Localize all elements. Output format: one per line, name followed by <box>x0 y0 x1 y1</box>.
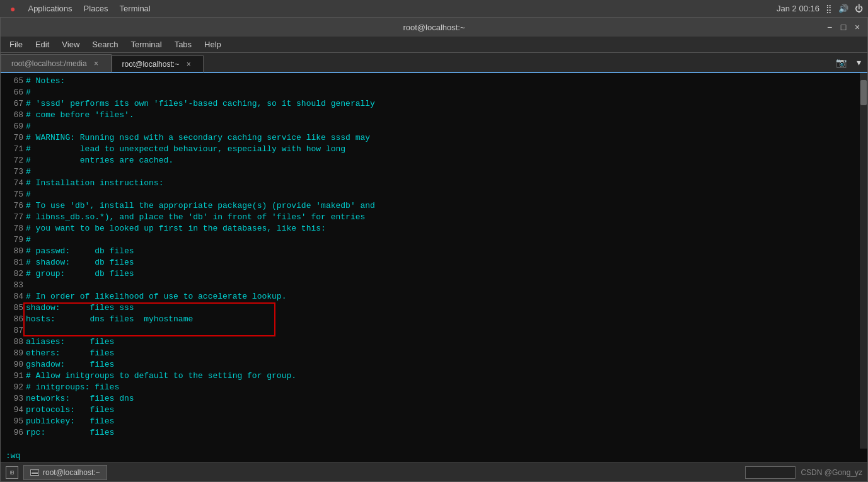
bottom-right: CSDN @Gong_yz <box>745 466 862 479</box>
line-number: 95 <box>6 416 23 427</box>
line-text: # <box>26 121 31 132</box>
terminal-line: 75# <box>1 189 860 200</box>
terminal-line: 67# 'sssd' performs its own 'files'-base… <box>1 98 860 110</box>
tab-media-close[interactable]: × <box>92 59 101 68</box>
taskbar-terminal-label: root@localhost:~ <box>43 468 100 477</box>
window-title: root@localhost:~ <box>403 23 465 32</box>
line-number: 73 <box>6 166 23 178</box>
close-button[interactable]: × <box>852 22 862 32</box>
line-number: 96 <box>6 427 23 439</box>
menu-terminal[interactable]: Terminal <box>126 38 167 50</box>
menu-terminal[interactable]: Terminal <box>115 4 156 13</box>
terminal-line: 69# <box>1 121 860 132</box>
scrollbar-track[interactable] <box>860 73 867 449</box>
line-text: ethers: files <box>26 348 114 359</box>
tab-media[interactable]: root@localhost:/media × <box>1 54 112 72</box>
line-number: 93 <box>6 393 23 405</box>
line-number: 87 <box>6 325 23 336</box>
line-number: 80 <box>6 246 23 257</box>
menu-search[interactable]: Search <box>87 38 123 50</box>
datetime: Jan 2 00:16 <box>777 4 819 13</box>
line-number: 66 <box>6 87 23 98</box>
network-icon: ⣿ <box>826 4 832 13</box>
line-number: 74 <box>6 178 23 189</box>
taskbar-terminal-item[interactable]: root@localhost:~ <box>23 465 107 480</box>
terminal-content[interactable]: 65# Notes:66#67# 'sssd' performs its own… <box>1 73 867 449</box>
terminal-line: 83 <box>1 280 860 291</box>
bottom-left: ⊞ root@localhost:~ <box>6 465 107 480</box>
line-number: 70 <box>6 132 23 144</box>
line-number: 91 <box>6 370 23 382</box>
search-input[interactable] <box>745 466 796 479</box>
system-bar-left: ● Applications Places Terminal <box>5 4 156 14</box>
terminal-line: 76# To use 'db', install the appropriate… <box>1 200 860 212</box>
menu-tabs[interactable]: Tabs <box>170 38 197 50</box>
line-text: # 'sssd' performs its own 'files'-based … <box>26 98 375 110</box>
line-number: 81 <box>6 257 23 268</box>
tabs-bar: root@localhost:/media × root@localhost:~… <box>1 53 867 73</box>
menu-bar: File Edit View Search Terminal Tabs Help <box>1 37 867 53</box>
line-number: 83 <box>6 280 23 291</box>
line-number: 77 <box>6 212 23 223</box>
csdn-label: CSDN @Gong_yz <box>801 468 862 477</box>
menu-file[interactable]: File <box>4 38 28 50</box>
terminal-line: 82# group: db files <box>1 268 860 280</box>
terminal-line: 96rpc: files <box>1 427 860 439</box>
terminal-line: 81# shadow: db files <box>1 257 860 268</box>
terminal-line: 91# Allow initgroups to default to the s… <box>1 370 860 382</box>
screen-icon: ⊞ <box>10 469 14 476</box>
terminal-line: 79# <box>1 234 860 246</box>
terminal-line: 92# initgroups: files <box>1 382 860 393</box>
tab-screenshot-button[interactable]: 📷 <box>832 54 850 71</box>
terminal-line: 86hosts: dns files myhostname <box>1 314 860 325</box>
terminal-line: 89ethers: files <box>1 348 860 359</box>
line-number: 71 <box>6 144 23 155</box>
terminal-line: 68# come before 'files'. <box>1 110 860 121</box>
line-number: 94 <box>6 405 23 416</box>
menu-help[interactable]: Help <box>199 38 226 50</box>
terminal-line: 85shadow: files sss <box>1 302 860 314</box>
power-icon: ⏻ <box>855 4 863 13</box>
line-number: 68 <box>6 110 23 121</box>
line-text: rpc: files <box>26 427 114 439</box>
line-text: aliases: files <box>26 336 114 348</box>
menu-places[interactable]: Places <box>79 4 113 13</box>
terminal-line: 72# entries are cached. <box>1 155 860 166</box>
line-number: 90 <box>6 359 23 370</box>
line-text: # libnss_db.so.*), and place the 'db' in… <box>26 212 365 223</box>
menu-applications[interactable]: Applications <box>23 4 77 13</box>
tab-home-close[interactable]: × <box>184 60 193 69</box>
vim-cmdline-bar: :wq <box>1 449 867 462</box>
line-text: hosts: dns files myhostname <box>26 314 193 325</box>
line-number: 85 <box>6 302 23 314</box>
terminal-lines: 65# Notes:66#67# 'sssd' performs its own… <box>1 73 860 449</box>
window-controls: − □ × <box>825 22 862 32</box>
menu-edit[interactable]: Edit <box>30 38 54 50</box>
terminal-line: 88aliases: files <box>1 336 860 348</box>
terminal-line: 74# Installation instructions: <box>1 178 860 189</box>
line-text: # Installation instructions: <box>26 178 163 189</box>
maximize-button[interactable]: □ <box>838 22 848 32</box>
screen-button[interactable]: ⊞ <box>6 466 18 479</box>
terminal-line: 77# libnss_db.so.*), and place the 'db' … <box>1 212 860 223</box>
tab-home[interactable]: root@localhost:~ × <box>112 55 204 73</box>
line-number: 79 <box>6 234 23 246</box>
menu-view[interactable]: View <box>57 38 84 50</box>
tab-right-buttons: 📷 ▾ <box>832 53 867 72</box>
line-text: # <box>26 166 31 178</box>
tab-new-button[interactable]: ▾ <box>850 54 867 71</box>
terminal-line: 71# lead to unexpected behaviour, especi… <box>1 144 860 155</box>
line-number: 89 <box>6 348 23 359</box>
system-bar: ● Applications Places Terminal Jan 2 00:… <box>0 0 868 17</box>
terminal-line: 73# <box>1 166 860 178</box>
line-number: 78 <box>6 223 23 234</box>
line-text: # Notes: <box>26 76 65 87</box>
line-text: # passwd: db files <box>26 246 134 257</box>
line-number: 88 <box>6 336 23 348</box>
scrollbar-thumb[interactable] <box>860 80 867 105</box>
line-text: # WARNING: Running nscd with a secondary… <box>26 132 370 144</box>
line-number: 69 <box>6 121 23 132</box>
tab-media-label: root@localhost:/media <box>11 59 87 68</box>
minimize-button[interactable]: − <box>825 22 835 32</box>
line-text: # come before 'files'. <box>26 110 134 121</box>
